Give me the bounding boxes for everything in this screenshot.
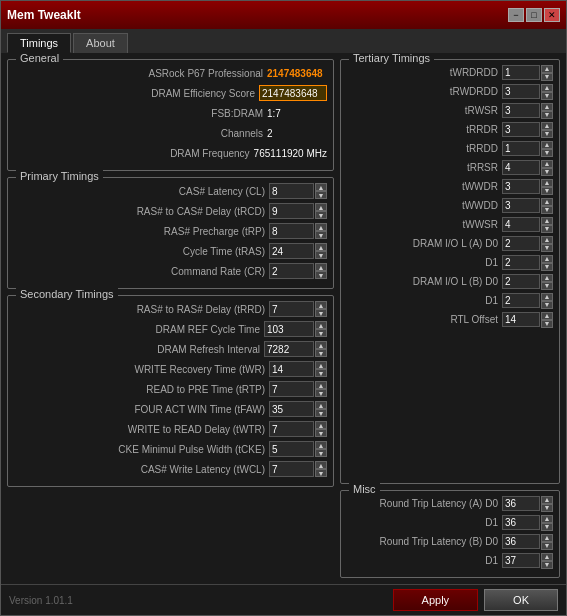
- cr-down[interactable]: ▼: [315, 271, 327, 279]
- trwdrdd-down[interactable]: ▼: [541, 92, 553, 100]
- tras-down[interactable]: ▼: [315, 251, 327, 259]
- dram-io-a-d1-up[interactable]: ▲: [541, 255, 553, 263]
- tref-up[interactable]: ▲: [315, 321, 327, 329]
- twtr-input[interactable]: [269, 421, 314, 437]
- dram-efficiency-input[interactable]: [259, 85, 327, 101]
- trrdd-input[interactable]: [502, 141, 540, 156]
- twwsr-down[interactable]: ▼: [541, 225, 553, 233]
- twwdr-up[interactable]: ▲: [541, 179, 553, 187]
- trcd-up[interactable]: ▲: [315, 203, 327, 211]
- twr-input[interactable]: [269, 361, 314, 377]
- minimize-button[interactable]: −: [508, 8, 524, 22]
- twwdd-up[interactable]: ▲: [541, 198, 553, 206]
- apply-button[interactable]: Apply: [393, 589, 479, 611]
- rta-d0-input[interactable]: [502, 496, 540, 511]
- rtl-offset-input[interactable]: [502, 312, 540, 327]
- cl-input[interactable]: [269, 183, 314, 199]
- maximize-button[interactable]: □: [526, 8, 542, 22]
- rta-d1-down[interactable]: ▼: [541, 523, 553, 531]
- twr-up[interactable]: ▲: [315, 361, 327, 369]
- cr-up[interactable]: ▲: [315, 263, 327, 271]
- rtb-d0-down[interactable]: ▼: [541, 542, 553, 550]
- dram-io-b-d0-down[interactable]: ▼: [541, 282, 553, 290]
- trp-up[interactable]: ▲: [315, 223, 327, 231]
- dram-io-a-d1-down[interactable]: ▼: [541, 263, 553, 271]
- trtp-down[interactable]: ▼: [315, 389, 327, 397]
- tfaw-up[interactable]: ▲: [315, 401, 327, 409]
- tfaw-down[interactable]: ▼: [315, 409, 327, 417]
- rtb-d1-input[interactable]: [502, 553, 540, 568]
- rtl-offset-up[interactable]: ▲: [541, 312, 553, 320]
- twwdd-input[interactable]: [502, 198, 540, 213]
- trrsr-up[interactable]: ▲: [541, 160, 553, 168]
- tcke-down[interactable]: ▼: [315, 449, 327, 457]
- trrd-up[interactable]: ▲: [315, 301, 327, 309]
- trrd-input[interactable]: [269, 301, 314, 317]
- dram-io-a-d0-input[interactable]: [502, 236, 540, 251]
- cr-input[interactable]: [269, 263, 314, 279]
- dram-io-b-d0-up[interactable]: ▲: [541, 274, 553, 282]
- trrdd-up[interactable]: ▲: [541, 141, 553, 149]
- twcl-up[interactable]: ▲: [315, 461, 327, 469]
- twrdrdd-up[interactable]: ▲: [541, 65, 553, 73]
- rtb-d0-input[interactable]: [502, 534, 540, 549]
- trcd-down[interactable]: ▼: [315, 211, 327, 219]
- refresh-down[interactable]: ▼: [315, 349, 327, 357]
- twwsr-up[interactable]: ▲: [541, 217, 553, 225]
- rta-d1-input[interactable]: [502, 515, 540, 530]
- tfaw-input[interactable]: [269, 401, 314, 417]
- twtr-up[interactable]: ▲: [315, 421, 327, 429]
- rta-d0-down[interactable]: ▼: [541, 504, 553, 512]
- tref-down[interactable]: ▼: [315, 329, 327, 337]
- rtb-d1-up[interactable]: ▲: [541, 553, 553, 561]
- twcl-input[interactable]: [269, 461, 314, 477]
- twwdr-down[interactable]: ▼: [541, 187, 553, 195]
- dram-io-b-d0-input[interactable]: [502, 274, 540, 289]
- rtb-d0-up[interactable]: ▲: [541, 534, 553, 542]
- close-button[interactable]: ✕: [544, 8, 560, 22]
- rtl-offset-down[interactable]: ▼: [541, 320, 553, 328]
- refresh-input[interactable]: [264, 341, 314, 357]
- trp-input[interactable]: [269, 223, 314, 239]
- tras-input[interactable]: [269, 243, 314, 259]
- rta-d1-up[interactable]: ▲: [541, 515, 553, 523]
- trcd-input[interactable]: [269, 203, 314, 219]
- dram-io-b-d1-input[interactable]: [502, 293, 540, 308]
- twwsr-input[interactable]: [502, 217, 540, 232]
- trwsr-input[interactable]: [502, 103, 540, 118]
- rtb-d1-down[interactable]: ▼: [541, 561, 553, 569]
- dram-io-a-d0-down[interactable]: ▼: [541, 244, 553, 252]
- trrd-down[interactable]: ▼: [315, 309, 327, 317]
- twrdrdd-down[interactable]: ▼: [541, 73, 553, 81]
- trwdrdd-up[interactable]: ▲: [541, 84, 553, 92]
- trrsr-input[interactable]: [502, 160, 540, 175]
- trwsr-down[interactable]: ▼: [541, 111, 553, 119]
- rta-d0-up[interactable]: ▲: [541, 496, 553, 504]
- tab-about[interactable]: About: [73, 33, 128, 53]
- twtr-down[interactable]: ▼: [315, 429, 327, 437]
- dram-io-b-d1-up[interactable]: ▲: [541, 293, 553, 301]
- dram-io-a-d1-input[interactable]: [502, 255, 540, 270]
- twrdrdd-input[interactable]: [502, 65, 540, 80]
- twwdd-down[interactable]: ▼: [541, 206, 553, 214]
- trrdr-down[interactable]: ▼: [541, 130, 553, 138]
- trrdd-down[interactable]: ▼: [541, 149, 553, 157]
- tcke-up[interactable]: ▲: [315, 441, 327, 449]
- refresh-up[interactable]: ▲: [315, 341, 327, 349]
- trtp-input[interactable]: [269, 381, 314, 397]
- tras-up[interactable]: ▲: [315, 243, 327, 251]
- trrdr-input[interactable]: [502, 122, 540, 137]
- trtp-up[interactable]: ▲: [315, 381, 327, 389]
- ok-button[interactable]: OK: [484, 589, 558, 611]
- trrsr-down[interactable]: ▼: [541, 168, 553, 176]
- trwsr-up[interactable]: ▲: [541, 103, 553, 111]
- trrdr-up[interactable]: ▲: [541, 122, 553, 130]
- twwdr-input[interactable]: [502, 179, 540, 194]
- twcl-down[interactable]: ▼: [315, 469, 327, 477]
- tab-timings[interactable]: Timings: [7, 33, 71, 53]
- tcke-input[interactable]: [269, 441, 314, 457]
- trwdrdd-input[interactable]: [502, 84, 540, 99]
- tref-input[interactable]: [264, 321, 314, 337]
- trp-down[interactable]: ▼: [315, 231, 327, 239]
- cl-up[interactable]: ▲: [315, 183, 327, 191]
